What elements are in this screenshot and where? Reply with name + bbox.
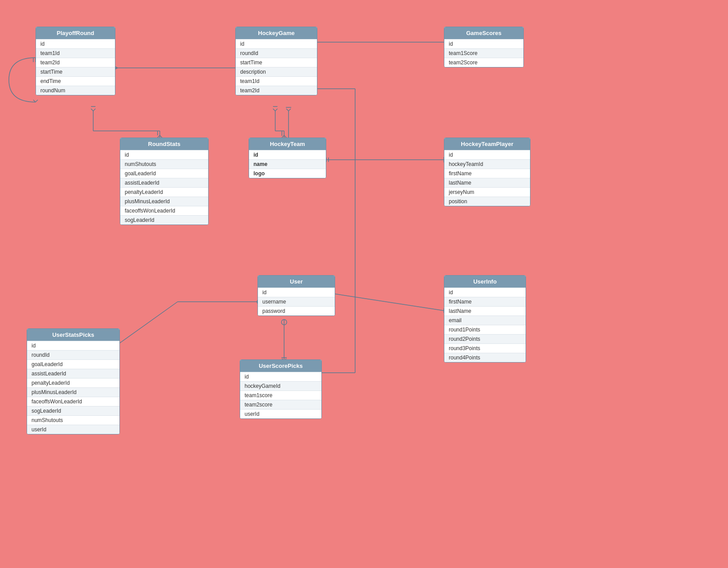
field-pr-endtime: endTime: [36, 76, 115, 86]
field-hg-team2id: team2Id: [236, 86, 317, 95]
svg-line-41: [115, 302, 178, 346]
entity-header-roundstats: RoundStats: [120, 138, 208, 150]
svg-line-19: [93, 109, 95, 111]
field-usp-goalleaderid: goalLeaderId: [27, 359, 119, 369]
entity-roundstats: RoundStats id numShutouts goalLeaderId a…: [120, 138, 209, 225]
field-ht-id: id: [249, 150, 326, 159]
entity-header-userinfo: UserInfo: [444, 276, 526, 288]
field-ui-lastname: lastName: [444, 306, 526, 316]
field-hg-starttime: startTime: [236, 58, 317, 67]
entity-header-gamescores: GameScores: [444, 27, 523, 39]
svg-line-27: [273, 109, 275, 111]
field-gs-team1score: team1Score: [444, 48, 523, 58]
field-gs-id: id: [444, 39, 523, 48]
field-rs-assistleaderid: assistLeaderId: [120, 178, 208, 187]
field-ui-round4points: round4Points: [444, 353, 526, 362]
field-ui-firstname: firstName: [444, 297, 526, 306]
field-uscp-id: id: [240, 372, 321, 381]
svg-line-28: [275, 109, 277, 111]
field-usp-roundid: roundId: [27, 350, 119, 359]
field-ui-email: email: [444, 316, 526, 325]
field-usp-plusminusleaderid: plusMinusLeaderId: [27, 387, 119, 397]
field-htp-lastname: lastName: [444, 178, 530, 187]
field-ht-logo: logo: [249, 169, 326, 178]
field-pr-id: id: [36, 39, 115, 48]
diagram-container: PlayoffRound id team1Id team2Id startTim…: [0, 0, 728, 568]
field-u-password: password: [258, 306, 335, 316]
field-u-username: username: [258, 297, 335, 306]
field-usp-faceoffswonleaderid: faceoffsWonLeaderId: [27, 397, 119, 406]
field-rs-numshutouts: numShutouts: [120, 159, 208, 169]
entity-hockeygame: HockeyGame id roundId startTime descript…: [235, 27, 317, 95]
field-htp-firstname: firstName: [444, 169, 530, 178]
field-pr-roundnum: roundNum: [36, 86, 115, 95]
field-hg-id: id: [236, 39, 317, 48]
field-usp-assistleaderid: assistLeaderId: [27, 369, 119, 378]
field-hg-description: description: [236, 67, 317, 76]
entity-playoffround: PlayoffRound id team1Id team2Id startTim…: [36, 27, 115, 95]
field-htp-id: id: [444, 150, 530, 159]
entity-header-hockeygame: HockeyGame: [236, 27, 317, 39]
entity-header-playoffround: PlayoffRound: [36, 27, 115, 39]
field-htp-hockeyteamid: hockeyTeamId: [444, 159, 530, 169]
field-rs-goalleaderid: goalLeaderId: [120, 169, 208, 178]
entity-userstatspicks: UserStatsPicks id roundId goalLeaderId a…: [27, 328, 120, 434]
field-htp-jerseynum: jerseyNum: [444, 187, 530, 197]
field-uscp-userid: userId: [240, 409, 321, 418]
entity-gamescores: GameScores id team1Score team2Score: [444, 27, 524, 67]
field-u-id: id: [258, 288, 335, 297]
field-ui-round2points: round2Points: [444, 334, 526, 343]
field-uscp-team1score: team1score: [240, 390, 321, 400]
svg-line-70: [36, 100, 38, 102]
field-uscp-hockeygameid: hockeyGameId: [240, 381, 321, 390]
entity-header-userscorepicks: UserScorePicks: [240, 360, 321, 372]
entity-userscorepicks: UserScorePicks id hockeyGameId team1scor…: [240, 359, 322, 419]
entity-header-hockeyteamplayer: HockeyTeamPlayer: [444, 138, 530, 150]
field-usp-penaltyleaderid: penaltyLeaderId: [27, 378, 119, 387]
field-rs-faceoffswonleaderid: faceoffsWonLeaderId: [120, 206, 208, 215]
entity-userinfo: UserInfo id firstName lastName email rou…: [444, 275, 526, 363]
field-usp-id: id: [27, 341, 119, 350]
entity-header-hockeyteam: HockeyTeam: [249, 138, 326, 150]
svg-line-69: [33, 100, 36, 102]
field-usp-numshutouts: numShutouts: [27, 415, 119, 425]
svg-point-51: [281, 320, 287, 325]
field-usp-sogleaderid: sogLeaderId: [27, 406, 119, 415]
entity-hockeyteam: HockeyTeam id name logo: [249, 138, 326, 178]
svg-line-18: [91, 109, 93, 111]
field-ht-name: name: [249, 159, 326, 169]
field-hg-team1id: team1Id: [236, 76, 317, 86]
field-htp-position: position: [444, 197, 530, 206]
field-rs-plusminusleaderid: plusMinusLeaderId: [120, 197, 208, 206]
field-rs-penaltyleaderid: penaltyLeaderId: [120, 187, 208, 197]
field-hg-roundid: roundId: [236, 48, 317, 58]
entity-header-user: User: [258, 276, 335, 288]
field-pr-team2id: team2Id: [36, 58, 115, 67]
svg-line-38: [289, 109, 291, 111]
field-pr-starttime: startTime: [36, 67, 115, 76]
entity-hockeyteamplayer: HockeyTeamPlayer id hockeyTeamId firstNa…: [444, 138, 530, 206]
svg-line-55: [328, 293, 444, 311]
field-gs-team2score: team2Score: [444, 58, 523, 67]
field-ui-round3points: round3Points: [444, 343, 526, 353]
field-uscp-team2score: team2score: [240, 400, 321, 409]
field-ui-round1points: round1Points: [444, 325, 526, 334]
entity-header-userstatspicks: UserStatsPicks: [27, 329, 119, 341]
entity-user: User id username password: [257, 275, 335, 316]
svg-line-37: [286, 109, 289, 111]
field-pr-team1id: team1Id: [36, 48, 115, 58]
field-usp-userid: userId: [27, 425, 119, 434]
field-rs-sogleaderid: sogLeaderId: [120, 215, 208, 225]
field-rs-id: id: [120, 150, 208, 159]
field-ui-id: id: [444, 288, 526, 297]
